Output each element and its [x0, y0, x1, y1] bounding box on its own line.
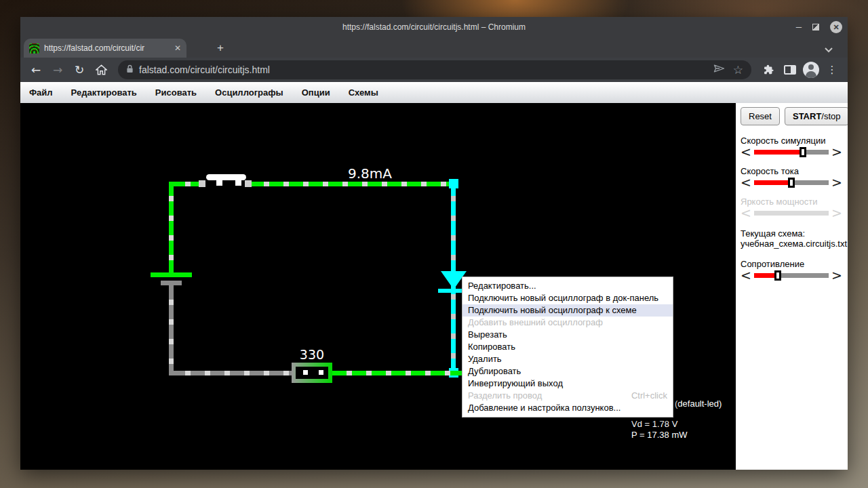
power-brightness-slider	[754, 211, 829, 216]
side-panel-icon[interactable]	[781, 61, 799, 79]
new-tab-button[interactable]: +	[217, 42, 224, 54]
wire-left-bottom[interactable]	[169, 285, 174, 375]
back-icon[interactable]: ←	[27, 61, 45, 79]
menu-edit[interactable]: Редактировать	[71, 87, 137, 98]
resistance-label: Сопротивление	[741, 259, 842, 269]
post-top-right[interactable]	[449, 179, 458, 188]
bookmark-star-icon[interactable]: ☆	[733, 63, 743, 77]
resistance-slider[interactable]	[754, 273, 829, 278]
context-menu-item[interactable]: Дублировать	[462, 365, 673, 378]
slider-increase-arrow[interactable]: >	[831, 271, 842, 279]
browser-toolbar: ← → ↻ falstad.com/circuit/circuitjs.html…	[20, 58, 848, 82]
context-menu-item[interactable]: Удалить	[462, 353, 673, 365]
tab-circuitjs[interactable]: https://falstad.com/circuit/cir ✕	[24, 39, 186, 58]
menu-draw[interactable]: Рисовать	[155, 87, 197, 98]
info-vd: Vd = 1.78 V	[631, 419, 677, 429]
context-menu-item[interactable]: Вырезать	[462, 329, 673, 341]
context-menu-item[interactable]: Добавление и настройка ползунков...	[462, 402, 673, 414]
simulation-speed-slider-group: Скорость симуляции < >	[741, 136, 842, 156]
forward-icon[interactable]: →	[49, 61, 66, 79]
slider-decrease-arrow[interactable]: <	[741, 178, 751, 186]
address-bar[interactable]: falstad.com/circuit/circuitjs.html ☆	[118, 60, 751, 79]
browser-window: https://falstad.com/circuit/circuitjs.ht…	[20, 17, 848, 470]
simulation-speed-slider[interactable]	[754, 150, 829, 155]
slider-decrease-arrow: <	[741, 209, 751, 217]
current-readout-label: 9.8mA	[348, 165, 392, 182]
tab-close-icon[interactable]: ✕	[174, 43, 181, 53]
switch-leg-left	[216, 180, 222, 186]
profile-avatar[interactable]	[803, 62, 819, 78]
slider-decrease-arrow[interactable]: <	[741, 148, 751, 156]
context-menu-item[interactable]: Инвертирующий выход	[462, 378, 673, 390]
send-icon[interactable]	[713, 64, 725, 76]
falstad-favicon-icon	[29, 43, 39, 54]
menu-options[interactable]: Опции	[302, 87, 330, 98]
titlebar: https://falstad.com/circuit/circuitjs.ht…	[20, 17, 848, 37]
wire-left-top[interactable]	[169, 182, 174, 272]
circuitjs-menubar: Файл Редактировать Рисовать Осциллографы…	[20, 82, 848, 103]
switch-post-right	[245, 180, 252, 187]
context-menu-item: Разделить проводCtrl+click	[462, 390, 673, 402]
menu-file[interactable]: Файл	[29, 87, 53, 98]
battery-minus-plate[interactable]	[161, 281, 182, 285]
context-menu-item[interactable]: Копировать	[462, 341, 673, 353]
resistor-value-label: 330	[292, 347, 332, 362]
tab-strip: https://falstad.com/circuit/cir ✕ +	[20, 37, 848, 58]
url-text[interactable]: falstad.com/circuit/circuitjs.html	[139, 64, 708, 75]
slider-thumb[interactable]	[800, 147, 806, 157]
wire-bottom-right[interactable]	[332, 371, 473, 375]
power-brightness-slider-group: Яркость мощности < >	[741, 197, 842, 217]
current-speed-slider-group: Скорость тока < >	[741, 166, 842, 186]
slider-decrease-arrow[interactable]: <	[741, 271, 751, 279]
switch-leg-right	[235, 180, 241, 186]
slider-increase-arrow[interactable]: >	[831, 148, 842, 156]
slider-increase-arrow: >	[831, 209, 842, 217]
context-menu-item[interactable]: Подключить новый осциллограф в док-панел…	[462, 292, 673, 304]
start-stop-button[interactable]: START/stop	[785, 107, 848, 125]
switch-post-left	[199, 180, 205, 187]
reset-button[interactable]: Reset	[741, 107, 780, 125]
slider-thumb[interactable]	[788, 178, 795, 188]
wire-bottom-left[interactable]	[171, 371, 293, 375]
slider-thumb[interactable]	[774, 270, 781, 281]
tab-search-chevron-icon[interactable]	[825, 43, 833, 56]
lock-icon	[126, 64, 134, 76]
minimize-icon[interactable]: –	[796, 21, 802, 31]
tab-title: https://falstad.com/circuit/cir	[44, 43, 170, 53]
current-speed-slider[interactable]	[754, 180, 829, 185]
home-icon[interactable]	[92, 61, 110, 79]
resistance-slider-group: Сопротивление < >	[741, 259, 842, 279]
context-menu-shortcut: Ctrl+click	[631, 390, 667, 402]
context-menu: Редактировать...Подключить новый осцилло…	[462, 277, 673, 418]
extensions-puzzle-icon[interactable]	[760, 61, 777, 79]
context-menu-item: Добавить внешний осциллограф	[462, 317, 673, 329]
power-brightness-label: Яркость мощности	[741, 197, 842, 207]
restore-icon[interactable]	[812, 24, 819, 30]
circuit-canvas[interactable]: 9.8mA 330 (default-led) Vd = 1.78 V P = …	[20, 103, 736, 470]
info-element-name: (default-led)	[675, 399, 722, 409]
resistor-box[interactable]	[292, 363, 332, 383]
battery-plus-plate[interactable]	[151, 272, 192, 277]
info-power: P = 17.38 mW	[631, 430, 688, 440]
current-circuit-filename: учебная_схема.circuitjs.txt	[741, 239, 842, 249]
browser-menu-dots-icon[interactable]: ⋮	[823, 61, 841, 79]
menu-circuits[interactable]: Схемы	[349, 87, 378, 98]
context-menu-item[interactable]: Подключить новый осциллограф к схеме	[462, 304, 673, 317]
current-speed-label: Скорость тока	[741, 166, 842, 176]
current-circuit-heading: Текущая схема:	[741, 228, 842, 239]
context-menu-item[interactable]: Редактировать...	[462, 280, 673, 292]
reload-icon[interactable]: ↻	[71, 61, 88, 79]
window-title: https://falstad.com/circuit/circuitjs.ht…	[342, 22, 526, 32]
slider-increase-arrow[interactable]: >	[831, 178, 842, 186]
close-icon[interactable]: ✕	[830, 21, 842, 33]
menu-scopes[interactable]: Осциллографы	[215, 87, 283, 98]
simulation-speed-label: Скорость симуляции	[741, 136, 842, 146]
simulation-sidebar: Reset START/stop Скорость симуляции < > …	[736, 103, 848, 470]
